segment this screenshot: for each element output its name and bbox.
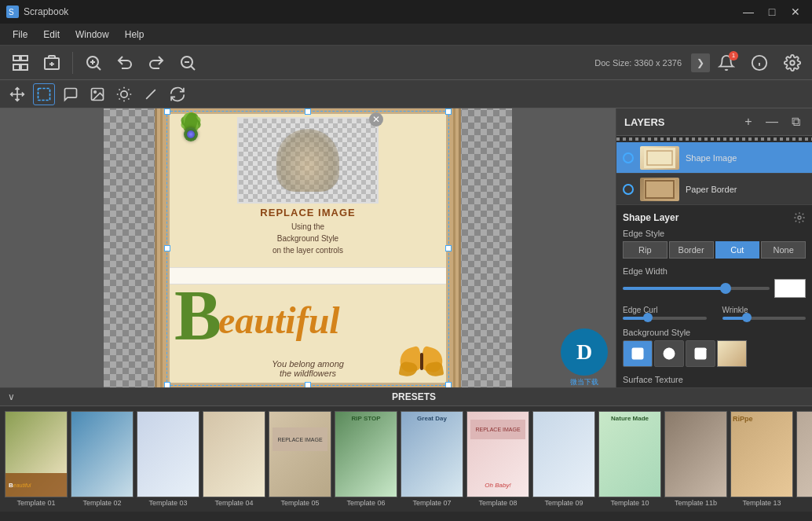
preset-label-06: Template 06	[346, 499, 385, 507]
preset-template09[interactable]: Template 09	[532, 411, 595, 507]
notification-bell[interactable]: 1	[713, 50, 740, 76]
toolbar-icon1[interactable]	[6, 49, 35, 77]
edge-style-buttons: Rip Border Cut None	[623, 241, 806, 259]
doc-size: Doc Size: 3360 x 2376	[588, 58, 688, 68]
preset-template06[interactable]: RIP STOP Template 06	[335, 411, 397, 507]
nav-arrow-button[interactable]: ❯	[691, 53, 710, 72]
speech-tool[interactable]	[60, 83, 82, 105]
line-tool[interactable]	[140, 83, 162, 105]
preset-template13[interactable]: RiPpe Template 13	[730, 411, 793, 507]
preset-thumb-05: REPLACE IMAGE	[269, 411, 331, 497]
bg-style-solid-button[interactable]	[686, 340, 715, 367]
preset-label-09: Template 09	[544, 499, 583, 507]
layer-visibility-circle-2[interactable]	[623, 184, 634, 195]
canvas-area[interactable]: ✕ REPLACE IMAGE Using theBackground Styl…	[0, 108, 616, 387]
edge-none-button[interactable]: None	[761, 241, 806, 259]
preset-label-01: Template 01	[16, 499, 55, 507]
minimize-button[interactable]: —	[738, 2, 759, 22]
settings-button[interactable]	[779, 50, 806, 76]
bg-style-image-button[interactable]	[623, 340, 653, 367]
wrinkle-label: Wrinkle	[722, 306, 807, 314]
surface-texture-row: Surface Texture	[623, 375, 806, 387]
svg-point-23	[121, 90, 127, 97]
edge-width-row: Edge Width	[623, 266, 806, 298]
presets-toggle[interactable]: ∨	[8, 391, 24, 402]
menu-edit[interactable]: Edit	[35, 26, 68, 43]
layers-header: LAYERS + — ⧉	[616, 108, 812, 136]
add-layer-button[interactable]: +	[740, 113, 757, 130]
notification-badge: 1	[729, 51, 738, 61]
shape-properties: Shape Layer Edge Style Rip Border Cut No…	[616, 205, 812, 387]
preset-template08[interactable]: REPLACE IMAGE Oh Baby! Template 08	[466, 411, 529, 507]
copy-layer-button[interactable]: ⧉	[787, 113, 804, 130]
rotate-tool[interactable]	[166, 83, 188, 105]
beautiful-text: eautiful	[218, 299, 340, 342]
image-tool[interactable]	[86, 83, 108, 105]
presets-title: PRESETS	[24, 391, 804, 402]
toolbar-icon2[interactable]	[38, 49, 66, 77]
preset-label-03: Template 03	[148, 499, 187, 507]
redo-button[interactable]	[142, 49, 170, 77]
wrinkle-col: Wrinkle	[722, 306, 807, 320]
maximize-button[interactable]: □	[762, 2, 782, 22]
undo-button[interactable]	[111, 49, 139, 77]
main-content: ✕ REPLACE IMAGE Using theBackground Styl…	[0, 108, 812, 387]
layer-item-shape-image[interactable]: Shape Image	[616, 142, 812, 174]
layer-item-paper-border[interactable]: Paper Border	[616, 174, 812, 205]
body-text: Using theBackground Styleon the layer co…	[245, 221, 371, 256]
layer-thumbnail-2	[640, 178, 679, 201]
layer-dots-divider	[616, 138, 812, 141]
svg-point-37	[798, 216, 801, 219]
preset-template-extra[interactable]: Template	[796, 411, 812, 507]
edge-border-button[interactable]: Border	[669, 241, 714, 259]
preset-template03[interactable]: Template 03	[137, 411, 199, 507]
edge-cut-button[interactable]: Cut	[715, 241, 760, 259]
info-button[interactable]	[746, 50, 773, 76]
wrinkle-slider[interactable]	[722, 317, 807, 320]
background-style-label: Background Style	[623, 328, 806, 337]
edge-style-label: Edge Style	[623, 229, 806, 238]
menu-help[interactable]: Help	[117, 26, 152, 43]
shape-settings-icon[interactable]	[793, 211, 806, 224]
preset-template02[interactable]: Template 02	[71, 411, 134, 507]
layer-visibility-circle[interactable]	[623, 152, 634, 163]
preset-template05[interactable]: REPLACE IMAGE Template 05	[269, 411, 331, 507]
preset-label-11b: Template 11b	[675, 499, 717, 507]
edge-curl-slider[interactable]	[623, 317, 707, 320]
preset-template04[interactable]: Template 04	[203, 411, 265, 507]
preset-template07[interactable]: Great Day Template 07	[401, 411, 463, 507]
zoom-out-button[interactable]	[174, 49, 202, 77]
bg-style-pattern-button[interactable]	[654, 340, 684, 367]
zoom-in-button[interactable]	[79, 49, 108, 77]
light-tool[interactable]	[113, 83, 135, 105]
svg-line-32	[146, 90, 155, 99]
svg-line-26	[119, 89, 120, 90]
edge-rip-button[interactable]: Rip	[623, 241, 668, 259]
shape-layer-title: Shape Layer	[623, 211, 806, 224]
menu-file[interactable]: File	[5, 26, 35, 43]
photo-placeholder[interactable]: ✕	[237, 117, 379, 204]
preset-label-05: Template 05	[280, 499, 319, 507]
title-bar: S Scrapbook — □ ✕	[0, 0, 812, 24]
preset-thumb-11b	[664, 411, 727, 497]
scrapbook-page: ✕ REPLACE IMAGE Using theBackground Styl…	[155, 108, 461, 387]
preset-label-13: Template 13	[742, 499, 781, 507]
canvas-background: ✕ REPLACE IMAGE Using theBackground Styl…	[104, 108, 512, 387]
preset-template10[interactable]: Nature Made Template 10	[598, 411, 661, 507]
edge-curl-wrinkle-row: Edge Curl Wrinkle	[623, 306, 806, 320]
letter-b: B	[174, 281, 221, 351]
svg-rect-4	[13, 64, 20, 70]
remove-layer-button[interactable]: —	[763, 113, 781, 130]
surface-texture-label: Surface Texture	[623, 375, 806, 384]
move-tool[interactable]	[6, 83, 28, 105]
edge-width-slider[interactable]	[623, 287, 770, 290]
preset-template01[interactable]: Beautiful Template 01	[5, 411, 68, 507]
edge-curl-col: Edge Curl	[623, 306, 707, 320]
close-button[interactable]: ✕	[785, 2, 806, 22]
select-tool[interactable]	[33, 83, 55, 105]
svg-line-14	[191, 66, 195, 70]
svg-rect-2	[13, 56, 20, 61]
menu-window[interactable]: Window	[68, 26, 117, 43]
preset-label-07: Template 07	[412, 499, 451, 507]
preset-template11b[interactable]: Template 11b	[664, 411, 727, 507]
